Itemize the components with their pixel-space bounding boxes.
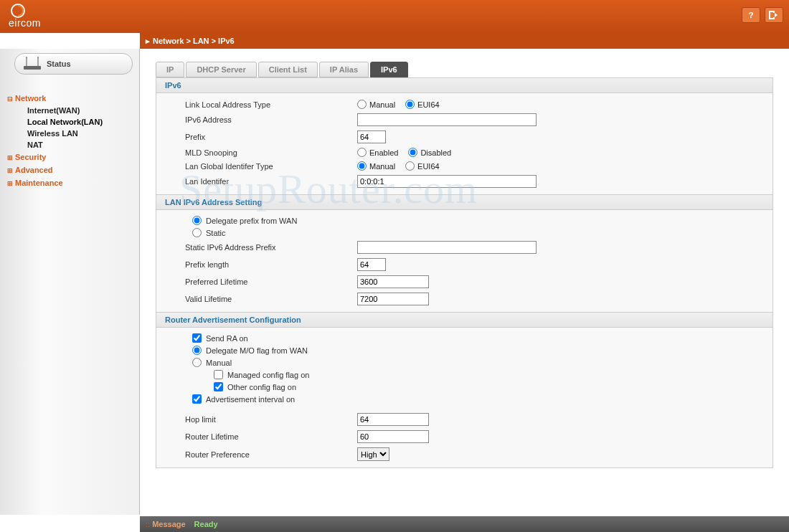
input-ipv6-address[interactable] — [357, 113, 537, 126]
label-mld-snooping: MLD Snooping — [156, 148, 357, 157]
tab-bar: IP DHCP Server Client List IP Alias IPv6 — [156, 62, 789, 77]
radio-mld-disabled[interactable] — [408, 148, 417, 157]
tab-ipv6[interactable]: IPv6 — [370, 62, 408, 77]
config-panel: IPv6 Link Local Address Type Manual EUI6… — [156, 77, 773, 468]
group-ipv6: IPv6 — [156, 78, 773, 93]
nav-internet-wan[interactable]: Internet(WAN) — [7, 105, 139, 116]
input-valid-lifetime[interactable] — [357, 293, 429, 305]
tab-ip-alias[interactable]: IP Alias — [319, 62, 369, 77]
nav-wireless-lan[interactable]: Wireless LAN — [7, 128, 139, 139]
input-router-lifetime[interactable] — [357, 430, 429, 443]
radio-link-local-manual[interactable] — [357, 100, 367, 109]
checkbox-managed-flag[interactable] — [214, 370, 223, 379]
input-hop-limit[interactable] — [357, 413, 429, 426]
expand-icon: ⊞ — [7, 154, 13, 161]
status-bar: :: Message Ready — [140, 516, 789, 532]
label-router-lifetime: Router Lifetime — [156, 432, 357, 441]
nav-security[interactable]: ⊞Security — [7, 151, 139, 163]
help-icon: ? — [749, 11, 754, 19]
label-preferred-lifetime: Preferred Lifetime — [156, 277, 357, 286]
top-icons: ? — [742, 7, 783, 23]
tab-dhcp-server[interactable]: DHCP Server — [186, 62, 256, 77]
help-button[interactable]: ? — [742, 7, 760, 23]
radio-link-local-eui64[interactable] — [405, 100, 415, 109]
label-hop-limit: Hop limit — [156, 415, 357, 424]
brand-text: eircom — [9, 17, 41, 29]
input-preferred-lifetime[interactable] — [357, 275, 429, 288]
input-prefix[interactable] — [357, 130, 386, 143]
nav-advanced[interactable]: ⊞Advanced — [7, 163, 139, 176]
logout-icon — [769, 11, 779, 19]
nav-tree: ⊟Network Internet(WAN) Local Network(LAN… — [0, 92, 139, 189]
group-router-advertisement: Router Advertisement Configuration — [156, 312, 773, 328]
label-valid-lifetime: Valid Lifetime — [156, 295, 357, 303]
statusbar-marker-icon: :: — [146, 520, 150, 528]
label-prefix: Prefix — [156, 133, 357, 141]
sidebar: Status ⊟Network Internet(WAN) Local Netw… — [0, 49, 140, 515]
logout-button[interactable] — [765, 7, 783, 23]
collapse-icon: ⊟ — [7, 95, 13, 103]
svg-rect-1 — [24, 66, 41, 70]
router-device-icon — [22, 56, 42, 72]
label-ipv6-address: IPv6 Address — [156, 115, 357, 124]
checkbox-send-ra[interactable] — [192, 333, 202, 343]
nav-network[interactable]: ⊟Network — [7, 92, 139, 105]
breadcrumb: ▸Network > LAN > IPv6 — [140, 33, 789, 49]
label-link-local-type: Link Local Address Type — [156, 100, 357, 109]
statusbar-label: Message — [152, 520, 185, 528]
input-lan-identifier[interactable] — [357, 175, 537, 188]
nav-maintenance[interactable]: ⊞Maintenance — [7, 176, 139, 189]
radio-lan-global-eui64[interactable] — [405, 161, 415, 171]
nav-local-network-lan[interactable]: Local Network(LAN) — [7, 116, 139, 128]
label-static-ipv6-prefix: Static IPv6 Address Prefix — [156, 243, 357, 252]
statusbar-value: Ready — [194, 520, 218, 528]
select-router-preference[interactable]: High — [357, 447, 389, 461]
expand-icon: ⊞ — [7, 180, 13, 187]
topbar: eircom ? — [0, 0, 789, 33]
breadcrumb-arrow-icon: ▸ — [146, 37, 150, 45]
logo-swirl-icon — [9, 3, 27, 19]
main-content: IP DHCP Server Client List IP Alias IPv6… — [140, 49, 789, 515]
tab-client-list[interactable]: Client List — [258, 62, 318, 77]
label-lan-global-id-type: Lan Global Identifer Type — [156, 162, 357, 171]
group-lan-ipv6-setting: LAN IPv6 Address Setting — [156, 194, 773, 210]
breadcrumb-text: Network > LAN > IPv6 — [153, 37, 235, 45]
status-tab-label: Status — [47, 60, 71, 68]
svg-point-4 — [26, 57, 27, 58]
svg-point-5 — [37, 57, 39, 58]
tab-ip[interactable]: IP — [156, 62, 184, 77]
radio-delegate-mo[interactable] — [192, 346, 202, 355]
brand-logo: eircom — [9, 3, 41, 29]
label-router-preference: Router Preference — [156, 450, 357, 459]
status-tab[interactable]: Status — [14, 53, 133, 75]
nav-nat[interactable]: NAT — [7, 139, 139, 151]
expand-icon: ⊞ — [7, 167, 13, 174]
radio-static-prefix[interactable] — [192, 228, 202, 237]
checkbox-adv-interval[interactable] — [192, 394, 202, 404]
radio-mld-enabled[interactable] — [357, 148, 367, 157]
input-static-prefix[interactable] — [357, 241, 537, 254]
input-prefix-length[interactable] — [357, 258, 386, 271]
radio-mo-manual[interactable] — [192, 358, 202, 367]
radio-lan-global-manual[interactable] — [357, 161, 367, 171]
checkbox-other-flag[interactable] — [214, 382, 223, 391]
label-lan-identifier: Lan Identifer — [156, 177, 357, 186]
radio-delegate-prefix[interactable] — [192, 216, 202, 225]
label-prefix-length: Prefix length — [156, 260, 357, 269]
